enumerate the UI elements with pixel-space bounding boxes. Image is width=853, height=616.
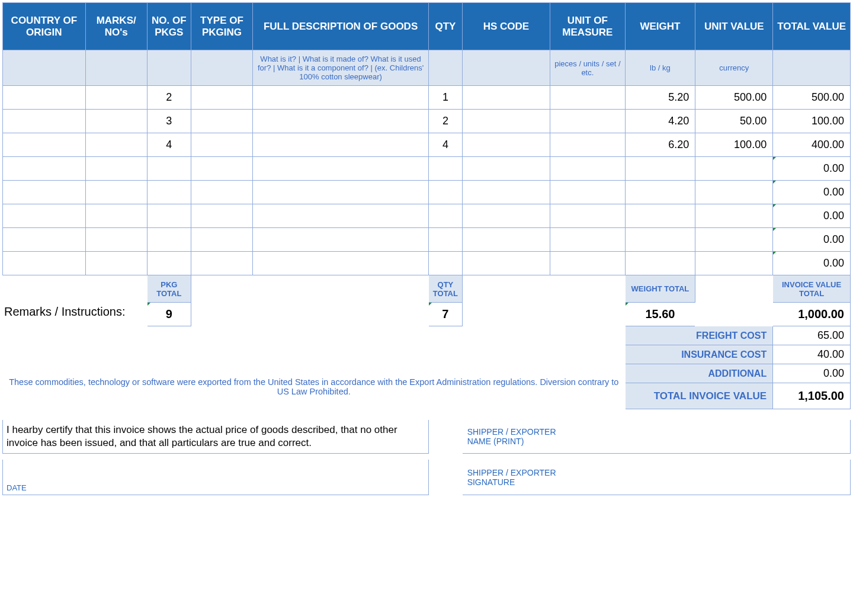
cell-total[interactable]: 0.00 (773, 252, 851, 275)
cell-qty[interactable]: 2 (429, 110, 462, 133)
cell-pkgs[interactable] (147, 181, 191, 204)
cell-qty[interactable] (429, 204, 462, 228)
pkg-total[interactable]: 9 (147, 303, 191, 326)
cell-weight[interactable]: 4.20 (625, 110, 695, 133)
cell-total[interactable]: 500.00 (773, 86, 851, 110)
cell-pkgs[interactable]: 3 (147, 110, 191, 133)
cell-qty[interactable] (429, 157, 462, 181)
additional-value[interactable]: 0.00 (773, 364, 851, 383)
table-row: 0.00 (3, 204, 851, 228)
shipper-name-line2: NAME (PRINT) (467, 437, 845, 446)
col-uom: UNIT OF MEASURE (550, 3, 625, 50)
table-row: 0.00 (3, 181, 851, 204)
additional-label: ADDITIONAL (625, 364, 773, 383)
cell-qty[interactable] (429, 228, 462, 252)
invoice-table: COUNTRY OF ORIGIN MARKS/ NO's NO. OF PKG… (2, 2, 851, 495)
shipper-name-line1: SHIPPER / EXPORTER (467, 427, 845, 437)
cell-total[interactable]: 400.00 (773, 133, 851, 157)
qty-total[interactable]: 7 (429, 303, 462, 326)
cell-unit[interactable]: 500.00 (695, 86, 773, 110)
table-row: 0.00 (3, 157, 851, 181)
shipper-name-box[interactable]: SHIPPER / EXPORTER NAME (PRINT) (462, 420, 850, 454)
col-country: COUNTRY OF ORIGIN (3, 3, 86, 50)
cell-unit[interactable] (695, 252, 773, 275)
additional-row: These commodities, technology or softwar… (3, 364, 851, 383)
col-totalval: TOTAL VALUE (773, 3, 851, 50)
col-qty: QTY (429, 3, 462, 50)
col-unitval: UNIT VALUE (695, 3, 773, 50)
hint-unitval: currency (695, 50, 773, 86)
table-row: 324.2050.00100.00 (3, 110, 851, 133)
remarks-label: Remarks / Instructions: (3, 303, 147, 345)
cell-weight[interactable] (625, 204, 695, 228)
header-row: COUNTRY OF ORIGIN MARKS/ NO's NO. OF PKG… (3, 3, 851, 50)
cell-total[interactable]: 0.00 (773, 157, 851, 181)
freight-value[interactable]: 65.00 (773, 326, 851, 345)
cell-qty[interactable] (429, 181, 462, 204)
weight-total[interactable]: 15.60 (625, 303, 695, 326)
cell-weight[interactable] (625, 228, 695, 252)
col-pkging: TYPE OF PKGING (191, 3, 252, 50)
col-desc: FULL DESCRIPTION OF GOODS (252, 3, 428, 50)
totalinvoice-value[interactable]: 1,105.00 (773, 383, 851, 409)
hint-weight: lb / kg (625, 50, 695, 86)
date-box[interactable]: DATE (3, 460, 429, 495)
certify-row: I hearby certify that this invoice shows… (3, 420, 851, 454)
cell-weight[interactable]: 5.20 (625, 86, 695, 110)
cell-total[interactable]: 100.00 (773, 110, 851, 133)
cell-pkgs[interactable]: 4 (147, 133, 191, 157)
cell-weight[interactable] (625, 181, 695, 204)
cell-qty[interactable]: 1 (429, 86, 462, 110)
shipper-sig-line2: SIGNATURE (467, 477, 845, 487)
cell-total[interactable]: 0.00 (773, 204, 851, 228)
cell-unit[interactable] (695, 228, 773, 252)
hint-desc: What is it? | What is it made of? What i… (252, 50, 428, 86)
pkg-total-label: PKG TOTAL (147, 275, 191, 303)
cell-unit[interactable] (695, 157, 773, 181)
insurance-row: INSURANCE COST 40.00 (3, 345, 851, 364)
cell-pkgs[interactable] (147, 228, 191, 252)
cell-pkgs[interactable] (147, 252, 191, 275)
table-row: 0.00 (3, 252, 851, 275)
date-sig-row: DATE SHIPPER / EXPORTER SIGNATURE (3, 460, 851, 495)
col-weight: WEIGHT (625, 3, 695, 50)
invoice-total-label: INVOICE VALUE TOTAL (773, 275, 851, 303)
insurance-value[interactable]: 40.00 (773, 345, 851, 364)
table-row: 0.00 (3, 228, 851, 252)
cell-pkgs[interactable]: 2 (147, 86, 191, 110)
cell-weight[interactable] (625, 157, 695, 181)
freight-label: FREIGHT COST (625, 326, 773, 345)
totalinvoice-label: TOTAL INVOICE VALUE (625, 383, 773, 409)
shipper-sig-box[interactable]: SHIPPER / EXPORTER SIGNATURE (462, 460, 850, 495)
insurance-label: INSURANCE COST (625, 345, 773, 364)
cell-total[interactable]: 0.00 (773, 181, 851, 204)
cell-unit[interactable] (695, 204, 773, 228)
cell-pkgs[interactable] (147, 157, 191, 181)
cell-unit[interactable]: 50.00 (695, 110, 773, 133)
shipper-sig-line1: SHIPPER / EXPORTER (467, 468, 845, 477)
hint-row: What is it? | What is it made of? What i… (3, 50, 851, 86)
col-pkgs: NO. OF PKGS (147, 3, 191, 50)
cell-unit[interactable] (695, 181, 773, 204)
cell-weight[interactable]: 6.20 (625, 133, 695, 157)
weight-total-label: WEIGHT TOTAL (625, 275, 695, 303)
hint-uom: pieces / units / set / etc. (550, 50, 625, 86)
col-marks: MARKS/ NO's (85, 3, 147, 50)
invoice-total[interactable]: 1,000.00 (773, 303, 851, 326)
table-row: 215.20500.00500.00 (3, 86, 851, 110)
col-hscode: HS CODE (462, 3, 550, 50)
cell-unit[interactable]: 100.00 (695, 133, 773, 157)
cell-total[interactable]: 0.00 (773, 228, 851, 252)
certify-text: I hearby certify that this invoice shows… (3, 420, 429, 454)
cell-pkgs[interactable] (147, 204, 191, 228)
subtotal-labels: PKG TOTAL QTY TOTAL WEIGHT TOTAL INVOICE… (3, 275, 851, 303)
cell-qty[interactable]: 4 (429, 133, 462, 157)
table-row: 446.20100.00400.00 (3, 133, 851, 157)
qty-total-label: QTY TOTAL (429, 275, 462, 303)
cell-weight[interactable] (625, 252, 695, 275)
export-disclaimer: These commodities, technology or softwar… (3, 364, 626, 409)
cell-qty[interactable] (429, 252, 462, 275)
